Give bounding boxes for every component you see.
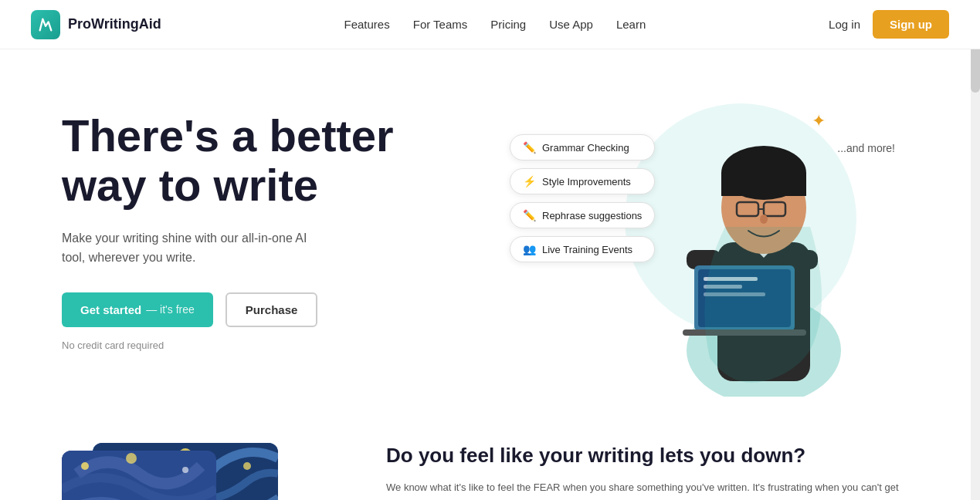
svg-point-30 bbox=[182, 467, 188, 473]
svg-point-29 bbox=[126, 453, 137, 464]
style-icon: ⚡ bbox=[523, 175, 536, 188]
second-section: My idea in my head Do you feel like your… bbox=[0, 420, 980, 500]
nav-actions: Log in Sign up bbox=[829, 10, 949, 39]
hero-subtitle: Make your writing shine with our all-in-… bbox=[62, 228, 324, 268]
svg-point-28 bbox=[81, 462, 89, 470]
navbar: ProWritingAid Features For Teams Pricing… bbox=[0, 0, 980, 49]
hero-section: There's a better way to write Make your … bbox=[0, 49, 980, 420]
logo-icon bbox=[31, 10, 60, 39]
card-front: My idea in my head bbox=[62, 451, 216, 500]
nav-learn[interactable]: Learn bbox=[616, 18, 646, 31]
hero-content: There's a better way to write Make your … bbox=[62, 96, 463, 351]
person-illustration bbox=[632, 88, 872, 397]
signup-button[interactable]: Sign up bbox=[873, 10, 949, 39]
second-content: Do you feel like your writing lets you d… bbox=[386, 435, 918, 500]
nav-features[interactable]: Features bbox=[344, 18, 390, 31]
second-section-title: Do you feel like your writing lets you d… bbox=[386, 443, 918, 469]
scrollbar[interactable] bbox=[971, 0, 980, 500]
training-icon: 👥 bbox=[523, 243, 536, 255]
hero-buttons: Get started — it's free Purchase bbox=[62, 292, 463, 327]
no-credit-text: No credit card required bbox=[62, 340, 463, 351]
login-button[interactable]: Log in bbox=[829, 18, 860, 31]
svg-point-21 bbox=[243, 462, 251, 470]
svg-rect-5 bbox=[721, 173, 806, 196]
get-started-button[interactable]: Get started — it's free bbox=[62, 292, 213, 327]
hero-title: There's a better way to write bbox=[62, 111, 463, 210]
second-image-area: My idea in my head bbox=[62, 435, 340, 500]
second-section-body: We know what it's like to feel the FEAR … bbox=[386, 480, 918, 500]
svg-point-9 bbox=[760, 215, 768, 224]
hero-illustration: ✦ ...and more! ✏️ Grammar Checking ⚡ Sty… bbox=[494, 96, 918, 389]
logo-link[interactable]: ProWritingAid bbox=[31, 10, 161, 39]
nav-use-app[interactable]: Use App bbox=[549, 18, 593, 31]
brand-name: ProWritingAid bbox=[68, 16, 161, 32]
grammar-icon: ✏️ bbox=[523, 141, 536, 154]
nav-for-teams[interactable]: For Teams bbox=[413, 18, 468, 31]
purchase-button[interactable]: Purchase bbox=[226, 292, 318, 327]
nav-links: Features For Teams Pricing Use App Learn bbox=[344, 18, 646, 32]
rephrase-icon: ✏️ bbox=[523, 209, 536, 221]
nav-pricing[interactable]: Pricing bbox=[490, 18, 526, 31]
card-stack: My idea in my head bbox=[62, 435, 340, 500]
